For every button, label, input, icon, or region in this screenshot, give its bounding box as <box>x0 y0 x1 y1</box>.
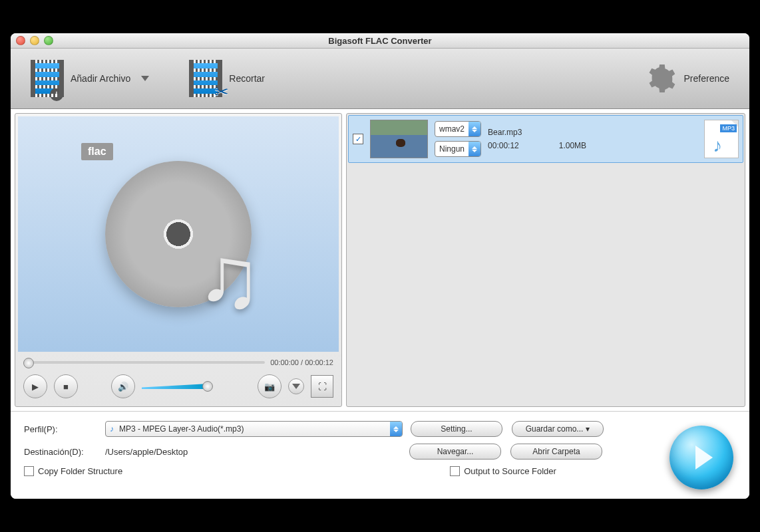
volume-knob[interactable] <box>202 381 213 392</box>
file-thumbnail <box>370 120 428 158</box>
time-display: 00:00:00 / 00:00:12 <box>270 358 333 366</box>
destination-path: /Users/apple/Desktop <box>105 447 401 457</box>
destination-label: Destinación(D): <box>24 447 97 457</box>
save-as-button[interactable]: Guardar como... ▾ <box>512 421 604 437</box>
filmstrip-add-icon: + <box>31 60 64 97</box>
stop-button[interactable]: ■ <box>54 374 78 398</box>
gear-icon <box>644 62 677 95</box>
preview-pane: flac ♫ 00:00:00 / 00:00:12 ▶ ■ 🔊 📷 ⛶ <box>15 113 342 407</box>
profile-label: Perfil(P): <box>24 424 97 434</box>
timeline[interactable]: 00:00:00 / 00:00:12 <box>15 354 341 370</box>
file-name: Bear.mp3 <box>488 128 697 137</box>
window-title: Bigasoft FLAC Converter <box>11 36 749 46</box>
chevron-down-icon <box>141 76 149 81</box>
app-window: Bigasoft FLAC Converter + Añadir Archivo… <box>11 33 749 499</box>
content-area: flac ♫ 00:00:00 / 00:00:12 ▶ ■ 🔊 📷 ⛶ <box>11 109 749 411</box>
file-checkbox[interactable]: ✓ <box>353 134 363 144</box>
subtitle-select[interactable]: Ningun <box>435 141 481 157</box>
trim-button[interactable]: ✂ Recortar <box>189 60 265 97</box>
preference-button[interactable]: Preference <box>644 62 729 95</box>
bottom-panel: Perfil(P): ♪ MP3 - MPEG Layer-3 Audio(*.… <box>11 411 749 499</box>
preference-label: Preference <box>684 73 729 84</box>
snapshot-menu-button[interactable] <box>288 378 304 394</box>
play-button[interactable]: ▶ <box>23 374 47 398</box>
file-size: 1.00MB <box>559 141 586 150</box>
profile-select[interactable]: ♪ MP3 - MPEG Layer-3 Audio(*.mp3) <box>105 421 403 437</box>
trim-label: Recortar <box>229 73 265 84</box>
titlebar: Bigasoft FLAC Converter <box>11 33 749 49</box>
snapshot-button[interactable]: 📷 <box>258 374 282 398</box>
filmstrip-cut-icon: ✂ <box>189 60 222 97</box>
playhead-knob[interactable] <box>23 358 34 368</box>
browse-button[interactable]: Navegar... <box>409 444 501 460</box>
fullscreen-button[interactable]: ⛶ <box>311 375 333 398</box>
toolbar: + Añadir Archivo ✂ Recortar Preference <box>11 49 749 109</box>
add-file-button[interactable]: + Añadir Archivo <box>31 60 149 97</box>
player-controls: ▶ ■ 🔊 📷 ⛶ <box>15 370 341 406</box>
preview-image: flac ♫ <box>18 116 339 352</box>
format-icon: MP3 ♪ <box>704 120 739 158</box>
convert-button[interactable] <box>669 426 733 489</box>
file-list: ✓ wmav2 Ningun Bear.mp3 00:00:12 1.00MB … <box>346 113 745 407</box>
copy-structure-checkbox[interactable]: Copy Folder Structure <box>24 466 122 476</box>
add-file-label: Añadir Archivo <box>71 73 130 84</box>
file-item[interactable]: ✓ wmav2 Ningun Bear.mp3 00:00:12 1.00MB … <box>348 115 743 163</box>
open-folder-button[interactable]: Abrir Carpeta <box>510 444 602 460</box>
flac-badge: flac <box>81 143 113 160</box>
codec-select[interactable]: wmav2 <box>435 121 481 137</box>
volume-slider[interactable] <box>142 384 208 389</box>
setting-button[interactable]: Setting... <box>411 421 502 437</box>
mute-button[interactable]: 🔊 <box>111 374 135 398</box>
output-source-checkbox[interactable]: Output to Source Folder <box>450 466 556 476</box>
file-duration: 00:00:12 <box>488 141 519 150</box>
play-icon <box>695 446 713 469</box>
